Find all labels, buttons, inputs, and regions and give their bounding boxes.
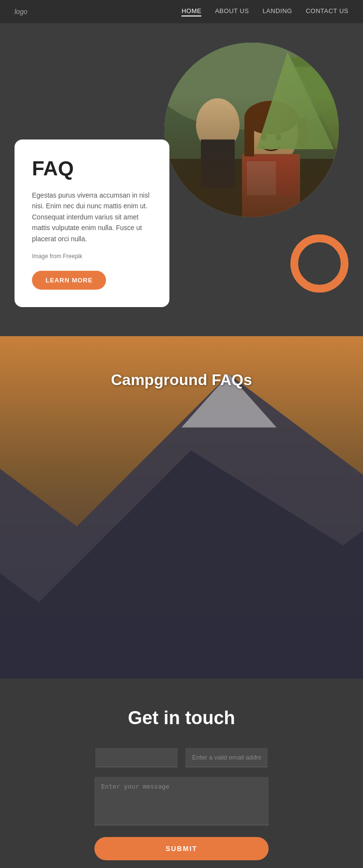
learn-more-button[interactable]: LEARN MORE <box>32 271 106 290</box>
form-row-name-email <box>15 748 348 767</box>
svg-point-5 <box>196 98 240 152</box>
logo: logo <box>15 8 27 16</box>
hero-circle-image <box>165 43 339 217</box>
nav-contact[interactable]: CONTACT US <box>306 7 348 16</box>
faq-card: FAQ Egestas purus viverra accumsan in ni… <box>15 140 169 307</box>
name-input[interactable] <box>95 748 178 767</box>
orange-decorative-circle <box>290 234 348 293</box>
hero-svg <box>165 43 339 217</box>
faq-description: Egestas purus viverra accumsan in nisl n… <box>32 190 152 244</box>
submit-button[interactable]: SUBMIT <box>94 837 269 860</box>
svg-rect-11 <box>298 118 307 147</box>
email-input[interactable] <box>185 748 268 767</box>
campground-section: Campground FAQs How can I make a booking… <box>0 336 363 679</box>
campground-bg: Campground FAQs <box>0 336 363 423</box>
hero-image-inner <box>165 43 339 217</box>
svg-rect-14 <box>246 156 296 195</box>
contact-title: Get in touch <box>15 708 348 728</box>
campground-title: Campground FAQs <box>111 371 252 389</box>
svg-rect-4 <box>165 159 339 217</box>
svg-point-12 <box>261 134 267 140</box>
svg-point-7 <box>244 103 298 166</box>
svg-point-13 <box>275 134 281 140</box>
hero-section: FAQ Egestas purus viverra accumsan in ni… <box>0 23 363 336</box>
svg-rect-6 <box>201 140 235 188</box>
image-credit: Image from Freepik <box>32 252 152 261</box>
svg-point-9 <box>244 101 298 135</box>
nav-links: HOME ABOUT US LANDING CONTACT US <box>182 7 348 16</box>
faq-title: FAQ <box>32 157 152 180</box>
message-textarea[interactable] <box>94 777 269 825</box>
svg-marker-3 <box>281 67 339 169</box>
nav-landing[interactable]: LANDING <box>262 7 292 16</box>
contact-section: Get in touch SUBMIT G+ <box>0 679 363 868</box>
nav-about[interactable]: ABOUT US <box>215 7 249 16</box>
svg-rect-10 <box>244 118 254 156</box>
navbar: logo HOME ABOUT US LANDING CONTACT US <box>0 0 363 23</box>
svg-rect-8 <box>242 154 300 217</box>
svg-rect-15 <box>247 161 276 195</box>
nav-home[interactable]: HOME <box>182 7 201 16</box>
